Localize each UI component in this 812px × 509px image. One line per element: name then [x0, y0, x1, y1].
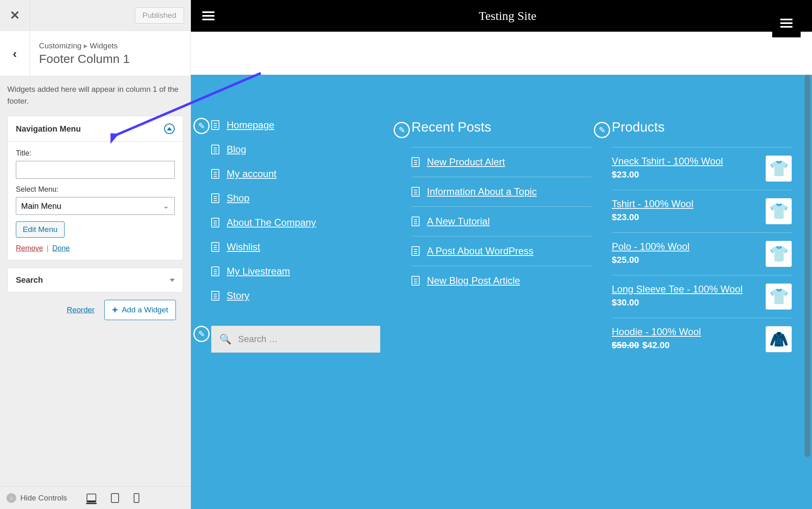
preview-scrollbar[interactable]: [804, 75, 811, 509]
collapse-toggle[interactable]: [164, 123, 175, 134]
edit-widget-button[interactable]: ✎: [594, 122, 610, 138]
hamburger-menu-button[interactable]: [202, 11, 214, 20]
hamburger-overlay-button[interactable]: [772, 9, 801, 37]
list-item: About The Company: [211, 217, 391, 228]
post-link[interactable]: Information About a Topic: [427, 186, 537, 197]
document-icon: [211, 291, 219, 301]
widget-title: Search: [16, 275, 43, 285]
list-item: A New Tutorial: [411, 206, 591, 236]
nav-link[interactable]: Wishlist: [227, 241, 260, 253]
widget-navigation-menu: Navigation Menu Title: Select Menu: Main…: [7, 116, 183, 260]
list-item: My Livestream: [211, 266, 391, 277]
document-icon: [211, 266, 219, 276]
add-widget-button[interactable]: + Add a Widget: [104, 300, 176, 320]
list-item: Homepage: [211, 119, 391, 131]
list-item: Blog: [211, 144, 391, 155]
close-customizer-button[interactable]: ✕: [0, 0, 30, 30]
remove-widget-link[interactable]: Remove: [16, 244, 43, 252]
product-link[interactable]: Hoodie - 100% Wool: [612, 326, 758, 338]
product-thumbnail: 👕: [766, 156, 792, 182]
widget-header-nav[interactable]: Navigation Menu: [8, 116, 183, 142]
footer-preview: ✎ HomepageBlogMy accountShopAbout The Co…: [191, 75, 812, 509]
title-field-label: Title:: [16, 149, 175, 158]
list-item: Wishlist: [211, 241, 391, 253]
nav-link[interactable]: My account: [227, 168, 277, 180]
pencil-icon: ✎: [599, 125, 606, 135]
products-heading: Products: [612, 119, 792, 135]
triangle-up-icon: [167, 127, 172, 130]
pencil-icon: ✎: [198, 121, 205, 131]
product-link[interactable]: Polo - 100% Wool: [612, 241, 758, 252]
product-item: Vneck Tshirt - 100% Wool$23.00👕: [612, 147, 792, 190]
product-price: $23.00: [612, 169, 758, 180]
chevron-left-icon: ‹: [13, 47, 17, 61]
product-link[interactable]: Vneck Tshirt - 100% Wool: [612, 156, 758, 167]
product-link[interactable]: Long Sleeve Tee - 100% Wool: [612, 284, 758, 295]
nav-link[interactable]: Blog: [227, 144, 246, 155]
product-item: Hoodie - 100% Wool$50.00$42.00🧥: [612, 318, 792, 360]
breadcrumb-row: ‹ Customizing ▸ Widgets Footer Column 1: [0, 31, 191, 76]
list-item: A Post About WordPress: [411, 236, 591, 266]
done-widget-link[interactable]: Done: [52, 244, 70, 252]
list-item: New Blog Post Article: [411, 266, 591, 295]
document-icon: [211, 169, 219, 179]
recent-posts-heading: Recent Posts: [411, 119, 591, 135]
nav-link[interactable]: My Livestream: [227, 266, 290, 277]
product-thumbnail: 👕: [766, 241, 792, 267]
tablet-preview-icon[interactable]: [111, 493, 119, 503]
site-title: Testing Site: [214, 9, 801, 23]
post-link[interactable]: New Product Alert: [427, 156, 505, 168]
list-item: Information About a Topic: [411, 177, 591, 206]
list-item: New Product Alert: [411, 147, 591, 177]
desktop-preview-icon[interactable]: [87, 494, 96, 503]
customizer-sidebar: ✕ Published ‹ Customizing ▸ Widgets Foot…: [0, 0, 191, 509]
edit-widget-button[interactable]: ✎: [193, 326, 210, 342]
hide-controls-button[interactable]: ‹ Hide Controls: [6, 493, 67, 503]
select-menu-dropdown[interactable]: Main Menu: [16, 197, 175, 215]
post-link[interactable]: A New Tutorial: [427, 216, 490, 227]
select-menu-label: Select Menu:: [16, 185, 175, 194]
document-icon: [411, 276, 420, 286]
plus-icon: +: [112, 304, 118, 316]
product-thumbnail: 👕: [766, 284, 792, 310]
nav-link[interactable]: About The Company: [227, 217, 316, 228]
sidebar-topbar: ✕ Published: [0, 0, 191, 31]
nav-link[interactable]: Homepage: [227, 119, 274, 131]
chevron-left-circle-icon: ‹: [6, 493, 16, 503]
post-link[interactable]: A Post About WordPress: [427, 245, 533, 257]
widget-title: Navigation Menu: [16, 124, 81, 134]
widget-header-search[interactable]: Search: [8, 268, 183, 292]
mobile-preview-icon[interactable]: [134, 493, 139, 503]
product-price: $30.00: [612, 297, 758, 308]
nav-link[interactable]: Story: [227, 290, 249, 301]
document-icon: [211, 242, 219, 252]
back-button[interactable]: ‹: [0, 31, 30, 76]
document-icon: [411, 246, 420, 256]
triangle-down-icon: [170, 279, 175, 282]
list-item: Shop: [211, 193, 391, 204]
product-price: $25.00: [612, 255, 758, 265]
pencil-icon: ✎: [398, 125, 405, 135]
product-item: Polo - 100% Wool$25.00👕: [612, 232, 792, 275]
nav-link[interactable]: Shop: [227, 193, 249, 204]
edit-menu-button[interactable]: Edit Menu: [16, 221, 65, 238]
document-icon: [211, 120, 219, 130]
site-preview: Testing Site ✎ HomepageBlogMy accountSho…: [191, 0, 812, 509]
list-item: My account: [211, 168, 391, 180]
product-link[interactable]: Tshirt - 100% Wool: [612, 198, 758, 210]
reorder-link[interactable]: Reorder: [67, 305, 95, 314]
product-price: $50.00$42.00: [612, 340, 758, 351]
footer-column-2: ✎ Recent Posts New Product AlertInformat…: [411, 119, 591, 489]
search-input[interactable]: 🔍 Search …: [211, 326, 380, 353]
edit-widget-button[interactable]: ✎: [193, 118, 210, 134]
widget-search: Search: [7, 268, 183, 292]
document-icon: [411, 187, 420, 197]
post-link[interactable]: New Blog Post Article: [427, 275, 520, 286]
widget-title-input[interactable]: [16, 161, 175, 179]
sidebar-bottombar: ‹ Hide Controls: [0, 486, 191, 509]
site-header: Testing Site: [191, 0, 812, 32]
edit-widget-button[interactable]: ✎: [394, 122, 410, 138]
close-icon: ✕: [10, 8, 20, 22]
publish-status-button[interactable]: Published: [135, 7, 184, 24]
product-price: $23.00: [612, 212, 758, 223]
